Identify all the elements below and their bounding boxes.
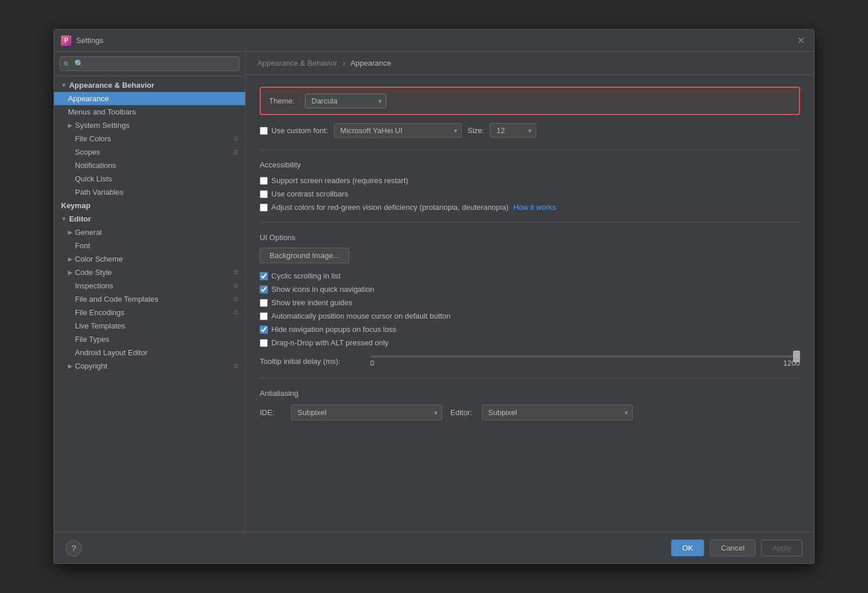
sidebar-item-label: Notifications — [75, 161, 116, 170]
size-select[interactable]: 10 11 12 13 14 16 — [490, 123, 536, 138]
sidebar-item-editor[interactable]: ▼ Editor — [54, 212, 245, 226]
tooltip-label: Tooltip initial delay (ms): — [260, 357, 364, 366]
cyclic-scrolling-checkbox[interactable] — [260, 272, 268, 280]
sidebar-item-label: File and Code Templates — [75, 295, 159, 303]
drag-drop-label: Drag-n-Drop with ALT pressed only — [271, 338, 389, 347]
color-blindness-label: Adjust colors for red-green vision defic… — [271, 203, 508, 212]
custom-font-checkbox[interactable] — [260, 127, 268, 135]
font-row: Use custom font: Microsoft YaHei UI Aria… — [260, 123, 800, 138]
theme-select[interactable]: Darcula IntelliJ High Contrast Windows — [305, 94, 386, 108]
divider-3 — [260, 378, 800, 378]
breadcrumb-current: Appearance — [350, 59, 391, 67]
auto-mouse-checkbox[interactable] — [260, 312, 268, 320]
screen-readers-checkbox[interactable] — [260, 177, 268, 185]
background-image-button[interactable]: Background Image... — [260, 248, 349, 263]
size-label: Size: — [468, 126, 485, 135]
antialiasing-row: IDE: Subpixel Greyscale No antialiasing … — [260, 405, 800, 420]
sidebar-item-label: Inspections — [75, 281, 113, 290]
dialog-footer: ? OK Cancel Apply — [54, 532, 814, 563]
tooltip-row: Tooltip initial delay (ms): 0 1200 — [260, 355, 800, 367]
sidebar-item-label: File Types — [75, 335, 109, 344]
copy-icon: ⧉ — [234, 362, 238, 370]
ide-antialiasing-select[interactable]: Subpixel Greyscale No antialiasing — [291, 405, 442, 420]
sidebar-item-general[interactable]: ▶ General — [54, 226, 245, 239]
sidebar-item-label: Live Templates — [75, 321, 125, 330]
ui-option-auto-mouse: Automatically position mouse cursor on d… — [260, 312, 800, 320]
tree-indent-checkbox[interactable] — [260, 299, 268, 307]
auto-mouse-label: Automatically position mouse cursor on d… — [271, 312, 451, 320]
sidebar-item-label: Android Layout Editor — [75, 348, 148, 357]
sidebar-item-copyright[interactable]: ▶ Copyright ⧉ — [54, 359, 245, 373]
sidebar-item-label: Copyright — [75, 362, 107, 370]
sidebar-item-label: Quick Lists — [75, 174, 112, 183]
ui-option-cyclic-scrolling: Cyclic scrolling in list — [260, 272, 800, 280]
search-box — [54, 52, 245, 76]
sidebar-item-label: Menus and Toolbars — [68, 108, 136, 116]
font-select[interactable]: Microsoft YaHei UI Arial Consolas Segoe … — [334, 123, 462, 138]
breadcrumb-separator: › — [343, 59, 345, 67]
content-area: Theme: Darcula IntelliJ High Contrast Wi… — [246, 75, 814, 532]
sidebar-item-file-colors[interactable]: File Colors ⧉ — [54, 132, 245, 145]
sidebar-item-label: System Settings — [75, 121, 130, 130]
expand-arrow: ▼ — [61, 82, 67, 88]
color-blindness-checkbox[interactable] — [260, 203, 268, 212]
tooltip-slider[interactable] — [370, 355, 800, 358]
copy-icon: ⧉ — [234, 309, 238, 316]
sidebar-item-inspections[interactable]: Inspections ⧉ — [54, 279, 245, 292]
expand-arrow: ▶ — [68, 363, 73, 369]
show-icons-checkbox[interactable] — [260, 285, 268, 294]
search-input[interactable] — [60, 56, 239, 71]
how-it-works-link[interactable]: How it works — [513, 203, 556, 212]
sidebar-item-label: Color Scheme — [75, 255, 123, 263]
sidebar-item-menus-toolbars[interactable]: Menus and Toolbars — [54, 105, 245, 119]
sidebar-item-live-templates[interactable]: Live Templates — [54, 319, 245, 333]
hide-nav-popups-checkbox[interactable] — [260, 326, 268, 334]
sidebar-item-scopes[interactable]: Scopes ⧉ — [54, 145, 245, 159]
sidebar-item-appearance[interactable]: Appearance — [54, 92, 245, 105]
font-select-wrap: Microsoft YaHei UI Arial Consolas Segoe … — [334, 123, 462, 138]
cancel-button[interactable]: Cancel — [710, 540, 755, 556]
copy-icon: ⧉ — [234, 269, 238, 276]
sidebar-item-font[interactable]: Font — [54, 239, 245, 252]
ui-option-drag-drop: Drag-n-Drop with ALT pressed only — [260, 338, 800, 347]
copy-icon: ⧉ — [234, 148, 238, 156]
settings-dialog: P Settings ✕ ▼ Appearance & Behavior App… — [53, 29, 815, 564]
sidebar-item-notifications[interactable]: Notifications — [54, 159, 245, 172]
sidebar-item-quick-lists[interactable]: Quick Lists — [54, 172, 245, 185]
ide-label: IDE: — [260, 408, 283, 417]
sidebar-item-file-encodings[interactable]: File Encodings ⧉ — [54, 306, 245, 319]
expand-arrow: ▶ — [68, 229, 73, 235]
custom-font-label: Use custom font: — [271, 126, 328, 135]
ui-option-tree-indent: Show tree indent guides — [260, 298, 800, 307]
sidebar-item-keymap[interactable]: Keymap — [54, 199, 245, 212]
sidebar-item-file-code-templates[interactable]: File and Code Templates ⧉ — [54, 292, 245, 306]
apply-button[interactable]: Apply — [761, 540, 802, 556]
accessibility-item-screen-readers: Support screen readers (requires restart… — [260, 176, 800, 185]
help-button[interactable]: ? — [66, 540, 82, 556]
sidebar-item-system-settings[interactable]: ▶ System Settings — [54, 119, 245, 132]
copy-icon: ⧉ — [234, 135, 238, 142]
contrast-scrollbars-checkbox[interactable] — [260, 190, 268, 198]
antialiasing-header: Antialiasing — [260, 389, 800, 398]
sidebar: ▼ Appearance & Behavior Appearance Menus… — [54, 52, 246, 532]
sidebar-item-appearance-behavior[interactable]: ▼ Appearance & Behavior — [54, 78, 245, 92]
editor-antialiasing-select[interactable]: Subpixel Greyscale No antialiasing — [482, 405, 633, 420]
custom-font-checkbox-label[interactable]: Use custom font: — [260, 126, 328, 135]
theme-label: Theme: — [269, 97, 298, 105]
sidebar-item-label: Scopes — [75, 148, 100, 156]
ok-button[interactable]: OK — [671, 540, 704, 556]
sidebar-item-label: File Colors — [75, 134, 111, 143]
breadcrumb-parent: Appearance & Behavior — [257, 59, 337, 67]
divider-2 — [260, 222, 800, 223]
sidebar-item-path-variables[interactable]: Path Variables — [54, 185, 245, 199]
search-wrap — [60, 56, 239, 71]
editor-label: Editor: — [450, 408, 474, 417]
sidebar-item-code-style[interactable]: ▶ Code Style ⧉ — [54, 266, 245, 279]
breadcrumb: Appearance & Behavior › Appearance — [246, 52, 814, 75]
sidebar-item-label: File Encodings — [75, 308, 124, 317]
drag-drop-checkbox[interactable] — [260, 339, 268, 347]
close-button[interactable]: ✕ — [794, 34, 807, 47]
sidebar-item-file-types[interactable]: File Types — [54, 333, 245, 346]
sidebar-item-android-layout-editor[interactable]: Android Layout Editor — [54, 346, 245, 359]
sidebar-item-color-scheme[interactable]: ▶ Color Scheme — [54, 252, 245, 266]
